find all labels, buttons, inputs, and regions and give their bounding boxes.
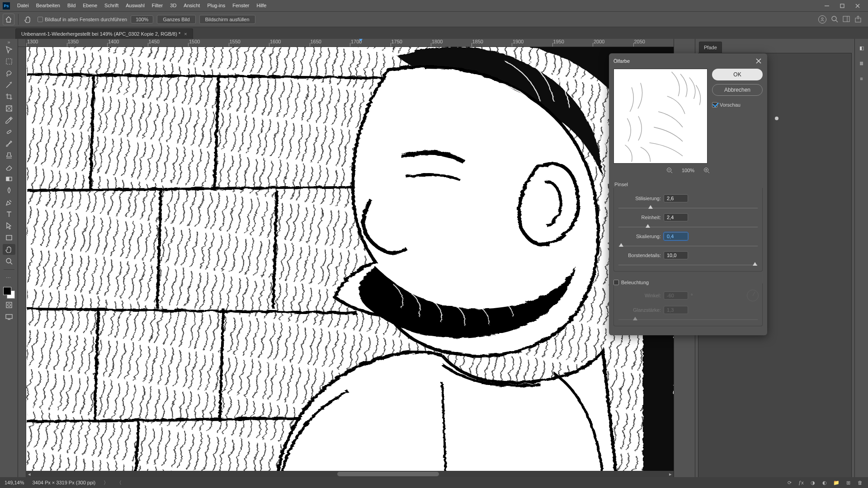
tool-magic-wand[interactable]	[3, 80, 15, 90]
canvas-area[interactable]: 1300 1350 1400 1450 1500 1550 1600 1650 …	[18, 39, 674, 477]
menu-auswahl[interactable]: Auswahl	[122, 0, 148, 11]
window-minimize-button[interactable]	[819, 0, 835, 11]
scale-slider[interactable]	[618, 241, 758, 249]
tool-heal[interactable]	[3, 127, 15, 137]
scroll-right-button[interactable]: ▸	[667, 471, 674, 477]
horizontal-ruler[interactable]: 1300 1350 1400 1450 1500 1550 1600 1650 …	[26, 39, 674, 47]
tool-lasso[interactable]	[3, 68, 15, 79]
menu-3d[interactable]: 3D	[166, 0, 180, 11]
bristle-detail-slider[interactable]	[618, 260, 758, 267]
home-button[interactable]	[3, 14, 14, 25]
tool-type[interactable]	[3, 209, 15, 220]
status-dimensions[interactable]: 3404 Px × 3319 Px (300 ppi)	[32, 480, 95, 485]
ruler-tick: 1300	[26, 39, 67, 47]
collapsed-panel-icon-2[interactable]: ≣	[856, 59, 867, 68]
tool-marquee[interactable]	[3, 56, 15, 67]
menu-schrift[interactable]: Schrift	[101, 0, 122, 11]
document-canvas[interactable]	[26, 47, 674, 471]
fit-whole-image-button[interactable]: Ganzes Bild	[157, 15, 195, 24]
stylization-input[interactable]: 2,6	[664, 194, 688, 202]
status-icon-adjust[interactable]: ◐	[821, 479, 828, 486]
tool-blur[interactable]	[3, 185, 15, 196]
tool-rectangle[interactable]	[3, 232, 15, 243]
cleanliness-input[interactable]: 2,4	[664, 213, 688, 221]
menu-plugins[interactable]: Plug-ins	[203, 0, 229, 11]
status-zoom[interactable]: 149,14%	[5, 480, 24, 485]
dialog-title: Ölfarbe	[613, 58, 755, 64]
scroll-left-button[interactable]: ◂	[26, 471, 33, 477]
scrollbar-track[interactable]	[33, 471, 667, 477]
tool-quickmask[interactable]	[3, 300, 15, 310]
cloud-user-icon[interactable]	[818, 15, 826, 23]
color-swatches[interactable]	[3, 287, 15, 299]
foreground-color-swatch[interactable]	[3, 287, 11, 295]
tool-zoom[interactable]	[3, 256, 15, 267]
dialog-titlebar[interactable]: Ölfarbe	[609, 53, 767, 69]
shine-label: Glanzstärke:	[618, 307, 661, 313]
tool-brush[interactable]	[3, 138, 15, 149]
cleanliness-slider[interactable]	[618, 222, 758, 230]
dialog-cancel-button[interactable]: Abbrechen	[712, 84, 763, 96]
menu-hilfe[interactable]: Hilfe	[253, 0, 270, 11]
menu-filter[interactable]: Filter	[148, 0, 166, 11]
tool-edit-toolbar[interactable]: ⋯	[3, 272, 15, 283]
status-icon-folder[interactable]: 📁	[833, 479, 840, 486]
document-tab[interactable]: Unbenannt-1-Wiederhergestellt bei 149% (…	[15, 28, 193, 39]
zoom-level-field[interactable]: 100%	[131, 15, 153, 23]
tool-stamp[interactable]	[3, 150, 15, 161]
tool-gradient[interactable]	[3, 174, 15, 184]
menu-ansicht[interactable]: Ansicht	[180, 0, 203, 11]
home-icon	[5, 16, 12, 23]
search-button[interactable]	[831, 15, 838, 23]
collapsed-panel-icon-3[interactable]: ≡	[856, 74, 867, 83]
status-less-indicator[interactable]: 〈	[117, 479, 122, 486]
preview-zoom-in-button[interactable]	[703, 166, 711, 174]
tool-eyedropper[interactable]	[3, 115, 15, 126]
vertical-ruler[interactable]	[18, 47, 26, 477]
share-button[interactable]	[854, 15, 862, 23]
collapsed-panel-icon-1[interactable]: ◧	[856, 43, 867, 52]
active-tool-hand-icon[interactable]	[22, 14, 34, 25]
tool-move[interactable]	[3, 44, 15, 55]
scroll-all-windows-checkbox[interactable]: Bildlauf in allen Fenstern durchführen	[38, 17, 127, 22]
menu-bild[interactable]: Bild	[64, 0, 79, 11]
window-maximize-button[interactable]	[835, 0, 850, 11]
status-more-indicator[interactable]: 〉	[104, 479, 108, 486]
toolbox-expand-handle[interactable]: »	[5, 41, 14, 43]
menu-ebene[interactable]: Ebene	[79, 0, 101, 11]
document-tab-bar: Unbenannt-1-Wiederhergestellt bei 149% (…	[0, 27, 868, 39]
dialog-ok-button[interactable]: OK	[712, 69, 763, 80]
stylization-slider[interactable]	[618, 203, 758, 211]
horizontal-scrollbar[interactable]: ◂ ▸	[26, 471, 674, 477]
tool-crop[interactable]	[3, 91, 15, 102]
dialog-close-button[interactable]	[755, 57, 763, 65]
window-close-button[interactable]	[850, 0, 865, 11]
status-icon-sync[interactable]: ⟳	[786, 479, 793, 486]
preview-zoom-out-button[interactable]	[665, 166, 674, 174]
tool-frame[interactable]	[3, 103, 15, 114]
status-icon-new[interactable]: ⊞	[844, 479, 852, 486]
bristle-detail-input[interactable]: 10,0	[664, 251, 688, 259]
tool-hand[interactable]	[3, 244, 15, 255]
menu-datei[interactable]: Datei	[14, 0, 33, 11]
workspace-switcher[interactable]	[843, 15, 850, 23]
status-bar: 149,14% 3404 Px × 3319 Px (300 ppi) 〉 〈 …	[0, 477, 868, 488]
scrollbar-thumb[interactable]	[337, 472, 439, 476]
scroll-all-windows-label: Bildlauf in allen Fenstern durchführen	[45, 17, 127, 22]
status-icon-fx[interactable]: ƒx	[797, 479, 805, 486]
menu-bearbeiten[interactable]: Bearbeiten	[33, 0, 64, 11]
status-icon-mask[interactable]: ◑	[809, 479, 816, 486]
menu-fenster[interactable]: Fenster	[229, 0, 253, 11]
tool-path-select[interactable]	[3, 221, 15, 231]
bristle-detail-label: Borstendetails:	[618, 253, 661, 258]
panel-tab-pfade[interactable]: Pfade	[699, 42, 722, 53]
status-icon-trash[interactable]: 🗑	[856, 479, 863, 486]
tab-close-button[interactable]: ×	[184, 31, 187, 37]
dialog-preview[interactable]	[613, 69, 708, 164]
tool-pen[interactable]	[3, 197, 15, 208]
tool-eraser[interactable]	[3, 162, 15, 173]
scale-input[interactable]: 0,4	[664, 232, 688, 240]
preview-checkbox[interactable]: Vorschau	[712, 102, 763, 108]
tool-screenmode[interactable]	[3, 311, 15, 322]
fill-screen-button[interactable]: Bildschirm ausfüllen	[199, 15, 255, 24]
